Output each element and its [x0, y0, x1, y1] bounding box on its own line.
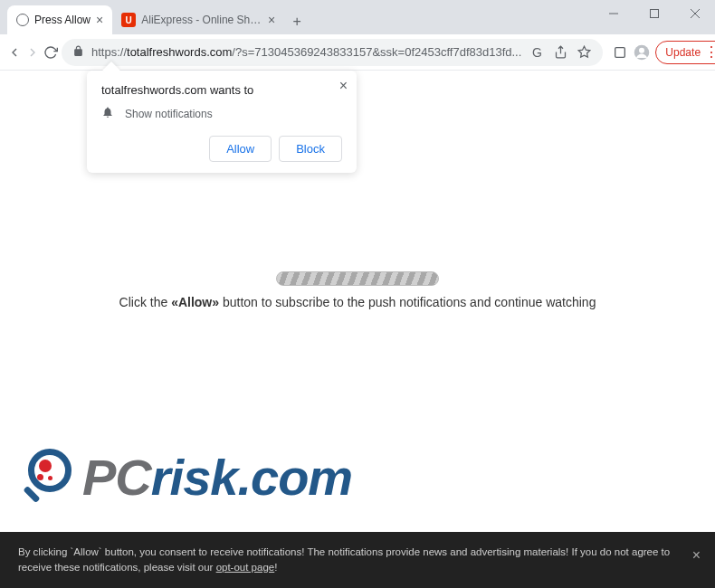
block-button[interactable]: Block: [279, 136, 342, 162]
tab-press-allow[interactable]: Press Allow ×: [7, 5, 112, 34]
allow-button[interactable]: Allow: [209, 136, 272, 162]
notification-permission-dialog: × totalfreshwords.com wants to Show noti…: [87, 71, 357, 173]
bookmark-star-icon[interactable]: [576, 45, 592, 59]
close-icon[interactable]: ×: [96, 13, 103, 27]
update-button[interactable]: Update ⋮: [655, 41, 715, 64]
profile-icon[interactable]: [634, 44, 650, 61]
close-icon[interactable]: ×: [268, 13, 275, 27]
minimize-button[interactable]: [593, 0, 634, 27]
banner-close-icon[interactable]: ×: [692, 545, 701, 566]
tab-title: AliExpress - Online Shopping fo: [141, 14, 262, 26]
reload-button[interactable]: [43, 40, 58, 65]
titlebar: Press Allow × U AliExpress - Online Shop…: [0, 0, 715, 34]
dialog-close-icon[interactable]: ×: [339, 78, 348, 94]
svg-rect-1: [650, 10, 658, 18]
magnifier-icon: [23, 449, 81, 507]
extensions-icon[interactable]: [612, 45, 628, 60]
loading-area: Click the «Allow» button to subscribe to…: [0, 271, 715, 309]
svg-marker-5: [578, 46, 590, 57]
progress-spinner: [276, 271, 439, 286]
aliexpress-icon: U: [121, 13, 136, 27]
svg-rect-6: [615, 47, 625, 57]
dialog-title: totalfreshwords.com wants to: [101, 83, 342, 97]
watermark-pc: PC: [82, 449, 151, 506]
pcrisk-watermark: PCrisk.com: [23, 448, 352, 507]
consent-banner: By clicking `Allow` button, you consent …: [0, 532, 715, 589]
window-controls: [593, 0, 715, 27]
tab-title: Press Allow: [34, 14, 91, 26]
menu-dots-icon: ⋮: [704, 45, 715, 60]
back-button[interactable]: [7, 40, 22, 65]
bell-icon: [101, 106, 114, 121]
instruction-text: Click the «Allow» button to subscribe to…: [0, 295, 715, 309]
url-text: https://totalfreshwords.com/?s=713045369…: [91, 45, 521, 59]
capability-label: Show notifications: [125, 108, 213, 120]
globe-icon: [16, 14, 29, 26]
tab-aliexpress[interactable]: U AliExpress - Online Shopping fo ×: [112, 5, 284, 34]
window-close-button[interactable]: [674, 0, 715, 27]
watermark-risk: risk.com: [151, 449, 352, 506]
address-bar[interactable]: https://totalfreshwords.com/?s=713045369…: [62, 39, 603, 66]
update-label: Update: [665, 46, 701, 59]
capability-row: Show notifications: [101, 106, 342, 121]
google-icon[interactable]: G: [529, 45, 545, 60]
opt-out-link[interactable]: opt-out page: [216, 562, 275, 573]
new-tab-button[interactable]: +: [284, 9, 310, 34]
forward-button[interactable]: [25, 40, 40, 65]
lock-icon: [72, 45, 84, 60]
share-icon[interactable]: [552, 45, 568, 59]
svg-point-8: [639, 47, 644, 52]
consent-text: By clicking `Allow` button, you consent …: [18, 546, 670, 573]
maximize-button[interactable]: [634, 0, 674, 27]
